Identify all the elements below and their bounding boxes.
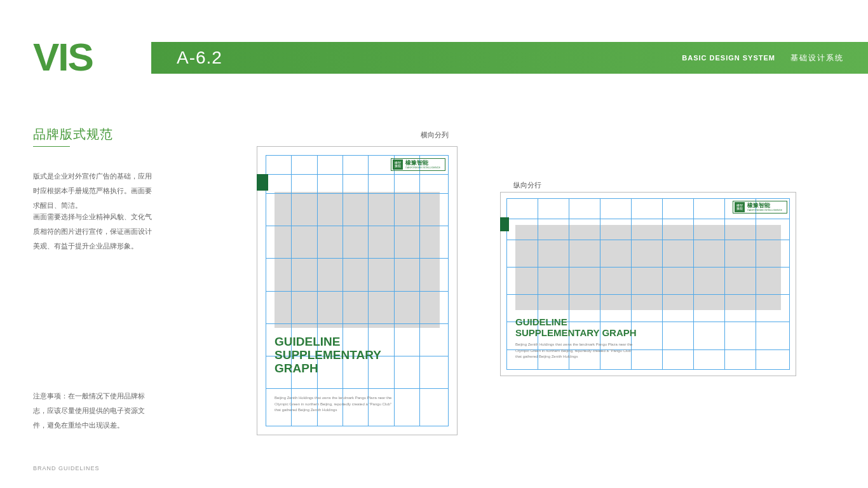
mock-headline-landscape: GUIDELINE SUPPLEMENTARY GRAPH <box>515 316 637 339</box>
green-tab-icon <box>500 217 509 231</box>
mockup-portrait: 橡智豫能 橡豫智能OAKFORESEE INTELLIGENCE GUIDELI… <box>257 146 458 435</box>
brand-logo-portrait: 橡智豫能 橡豫智能OAKFORESEE INTELLIGENCE <box>391 158 445 171</box>
section-underline <box>33 146 70 147</box>
note-text: 注意事项：在一般情况下使用品牌标志，应该尽量使用提供的电子资源文件，避免在重绘中… <box>33 389 154 433</box>
mock-subtext-portrait: Beijing Zenith Holdings that owns the la… <box>275 395 402 414</box>
label-horizontal: 横向分列 <box>421 130 449 140</box>
body-text-1: 版式是企业对外宣传广告的基础，应用时应根据本手册规范严格执行。画面要求醒目、简洁… <box>33 169 154 213</box>
header-right: BASIC DESIGN SYSTEM 基础设计系统 <box>682 53 844 64</box>
header-en-label: BASIC DESIGN SYSTEM <box>682 54 775 62</box>
body-text-2: 画面需要选择与企业精神风貌、文化气质相符的图片进行宣传，保证画面设计美观、有益于… <box>33 210 154 254</box>
green-tab-icon <box>257 174 268 191</box>
mock-headline-portrait: GUIDELINE SUPPLEMENTARY GRAPH <box>275 336 381 376</box>
brand-logo-landscape: 橡智豫能 橡豫智能OAKFORESEE INTELLIGENCE <box>733 201 787 214</box>
footer-label: BRAND GUIDELINES <box>33 465 100 471</box>
grid-portrait <box>266 155 449 426</box>
mockup-landscape: 橡智豫能 橡豫智能OAKFORESEE INTELLIGENCE GUIDELI… <box>500 192 796 376</box>
vis-logo: VIS <box>33 34 93 79</box>
page-code: A-6.2 <box>177 48 222 68</box>
header-cn-label: 基础设计系统 <box>790 53 844 64</box>
label-vertical: 纵向分行 <box>513 180 541 190</box>
header-bar: A-6.2 BASIC DESIGN SYSTEM 基础设计系统 <box>151 42 868 74</box>
mock-subtext-landscape: Beijing Zenith Holdings that owns the la… <box>515 342 655 360</box>
section-title: 品牌版式规范 <box>33 126 113 143</box>
